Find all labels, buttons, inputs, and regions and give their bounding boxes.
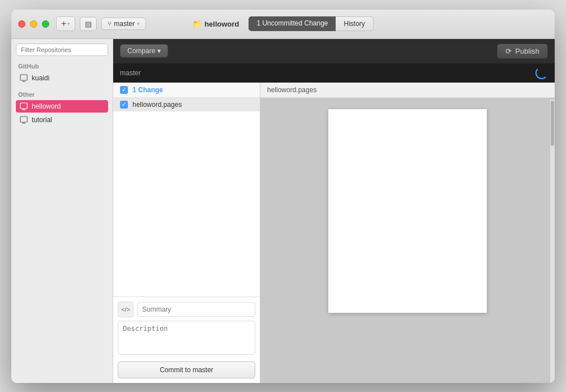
other-section: Other helloword tutorial <box>16 91 108 127</box>
kuaidi-label: kuaidi <box>32 74 49 82</box>
sidebar-icon: ▤ <box>85 20 92 28</box>
changes-list: ✓ 1 Change ✓ helloword.pages </> <box>113 83 260 383</box>
maximize-button[interactable] <box>42 20 49 28</box>
titlebar: + ▾ ▤ ⑂ master ▾ 📁 helloword 1 Uncommitt… <box>11 10 555 39</box>
titlebar-center: 📁 helloword 1 Uncommitted Change History <box>192 16 374 31</box>
main-content: GitHub kuaidi Other helloword <box>11 39 555 383</box>
plus-icon: + <box>61 19 66 29</box>
minimize-button[interactable] <box>30 20 37 28</box>
changes-header: ✓ 1 Change <box>113 83 260 98</box>
github-section-label: GitHub <box>16 63 108 70</box>
code-icon: </> <box>118 301 134 317</box>
sidebar-toggle-button[interactable]: ▤ <box>80 17 97 31</box>
branch-bar-label: master <box>120 69 141 77</box>
scrollbar-thumb <box>551 101 554 146</box>
summary-row: </> <box>118 301 255 317</box>
branch-selector[interactable]: ⑂ master ▾ <box>101 18 146 30</box>
helloword-label: helloword <box>32 102 61 110</box>
svg-rect-0 <box>20 75 27 80</box>
tutorial-label: tutorial <box>32 116 52 124</box>
branch-bar: master <box>113 63 555 83</box>
dark-toolbar: Compare ▾ ⟳ Publish <box>113 39 555 63</box>
summary-input[interactable] <box>137 302 255 317</box>
change-count: 1 Change <box>132 86 163 94</box>
sidebar-item-helloword[interactable]: helloword <box>16 100 108 113</box>
publish-label: Publish <box>515 47 539 55</box>
add-button[interactable]: + ▾ <box>56 16 75 31</box>
preview-filename: helloword.pages <box>260 83 555 98</box>
folder-icon: 📁 <box>192 19 202 28</box>
filter-repositories-input[interactable] <box>16 44 108 56</box>
traffic-lights <box>18 20 49 28</box>
file-checkbox[interactable]: ✓ <box>120 101 128 109</box>
file-name: helloword.pages <box>132 101 182 109</box>
tab-uncommitted[interactable]: 1 Uncommitted Change <box>248 16 336 31</box>
sync-icon[interactable] <box>535 67 548 79</box>
empty-space <box>113 111 260 296</box>
file-item-helloword[interactable]: ✓ helloword.pages <box>113 98 260 111</box>
preview-area: helloword.pages <box>260 83 555 383</box>
repo-icon <box>19 74 28 83</box>
select-all-checkbox[interactable]: ✓ <box>120 86 128 94</box>
repo-icon-tutorial <box>19 115 28 124</box>
sidebar-item-tutorial[interactable]: tutorial <box>16 114 108 126</box>
branch-chevron-icon: ▾ <box>137 21 140 27</box>
description-input[interactable] <box>118 321 255 355</box>
tab-history[interactable]: History <box>336 16 374 31</box>
titlebar-left: + ▾ ▤ ⑂ master ▾ <box>56 16 146 31</box>
sidebar-item-kuaidi[interactable]: kuaidi <box>16 72 108 84</box>
repo-icon-helloword <box>19 102 28 111</box>
branch-name: master <box>114 20 135 28</box>
svg-rect-3 <box>20 103 27 109</box>
compare-button[interactable]: Compare ▾ <box>120 44 168 58</box>
svg-rect-6 <box>20 117 27 122</box>
scrollbar[interactable] <box>550 100 555 383</box>
other-section-label: Other <box>16 91 108 98</box>
add-chevron-icon: ▾ <box>67 21 70 27</box>
publish-icon: ⟳ <box>505 47 512 55</box>
app-window: + ▾ ▤ ⑂ master ▾ 📁 helloword 1 Uncommitt… <box>11 10 555 383</box>
commit-button[interactable]: Commit to master <box>118 361 255 378</box>
branch-icon: ⑂ <box>108 20 112 28</box>
sidebar: GitHub kuaidi Other helloword <box>11 39 113 383</box>
preview-content <box>260 98 555 383</box>
window-title: helloword <box>204 20 239 28</box>
publish-button[interactable]: ⟳ Publish <box>497 44 548 59</box>
close-button[interactable] <box>18 20 25 28</box>
right-panel: Compare ▾ ⟳ Publish master ✓ 1 Change <box>113 39 555 383</box>
preview-document <box>328 109 487 313</box>
github-section: GitHub kuaidi <box>16 63 108 85</box>
commit-area: </> Commit to master <box>113 296 260 383</box>
changes-area: ✓ 1 Change ✓ helloword.pages </> <box>113 83 555 383</box>
